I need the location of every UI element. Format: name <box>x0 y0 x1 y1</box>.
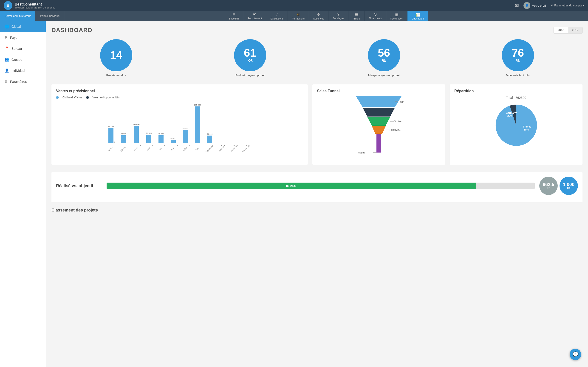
sidebar-item-bureau[interactable]: 📍 Bureau <box>0 43 46 54</box>
nav-recrutement[interactable]: 👁 Recrutement <box>243 11 266 21</box>
bar-aug-blue <box>195 106 200 143</box>
base-rh-icon: ⊞ <box>233 12 235 17</box>
bar-apr-dark <box>152 143 154 143</box>
portal-tab-individual[interactable]: Portail individuel <box>35 11 65 21</box>
content: DASHBOARD 2016 2017 14 Projets vendus 61… <box>46 21 588 367</box>
brand-logo: B <box>4 1 12 10</box>
facturation-icon: ▦ <box>395 12 398 17</box>
nav-facturation[interactable]: ▦ Facturation <box>386 11 407 21</box>
avatar: 👤 <box>523 2 530 9</box>
legend-blue-dot <box>56 96 59 99</box>
svg-text:Souten...: Souten... <box>394 120 403 123</box>
funnel-svg: Prop... Souten... Perdu/Ab... Gagné <box>354 96 404 160</box>
progress-bar-container: 86.25% <box>107 183 535 189</box>
profile-button[interactable]: 👤 Votre profil <box>523 2 546 9</box>
kpi-value-marge: 56 <box>378 48 390 58</box>
progress-badge-actual: 862.5 K€ <box>539 177 558 195</box>
nav-absences[interactable]: ✈ Absences <box>309 11 329 21</box>
funnel-layer-5 <box>376 134 381 152</box>
bar-chart-svg: 96 750 0 50 000 0 111 000 0 <box>56 102 303 152</box>
kpi-circle-projets: 14 <box>100 39 132 71</box>
sidebar-item-groupe[interactable]: 👥 Groupe <box>0 54 46 65</box>
funnel-chart-box: Sales Funnel <box>312 84 445 165</box>
svg-text:Germany: Germany <box>506 111 517 114</box>
bar-jun-blue <box>171 140 176 143</box>
bar-sep-blue <box>207 135 212 143</box>
sidebar-item-pays[interactable]: ⚑ Pays <box>0 32 46 43</box>
svg-text:0: 0 <box>177 144 178 146</box>
bar-dec-blue <box>244 143 249 143</box>
svg-text:20%: 20% <box>507 115 512 117</box>
svg-text:0: 0 <box>225 144 225 146</box>
funnel-layer-4 <box>372 126 386 134</box>
pie-area: France 80% Germany 20% <box>454 102 578 148</box>
portal-bar: Portail administrateur Portail individue… <box>0 11 588 21</box>
nav-evaluations[interactable]: ✓ Evaluations <box>266 11 288 21</box>
brand-name: BestConsultant <box>15 2 55 6</box>
badge-target-value: 1 000 <box>563 182 574 187</box>
bar-jul-blue <box>183 130 188 143</box>
svg-text:0: 0 <box>221 144 223 146</box>
progress-badge-target: 1 000 K€ <box>560 177 578 195</box>
bar-feb-dark <box>127 143 128 143</box>
year-2017-button[interactable]: 2017 <box>568 27 582 33</box>
bar-chart-title: Ventes et prévisionnel <box>56 89 303 93</box>
pie-chart-box: Répartition Total : 862500 France 80% Ge… <box>450 84 582 165</box>
kpi-value-projets: 14 <box>110 50 122 61</box>
legend-blue-label: Chiffre d'affaires <box>62 96 82 99</box>
bar-apr-blue <box>146 135 151 143</box>
sidebar-item-global[interactable]: 🌐 Global <box>0 21 46 32</box>
legend-dark-label: Volume d'opportunités <box>93 96 120 99</box>
nav-formations[interactable]: 🎓 Formations <box>288 11 309 21</box>
projets-icon: ☰ <box>355 12 358 17</box>
settings-button[interactable]: ⚙ Parametres du compte ▾ <box>551 4 584 7</box>
svg-text:0: 0 <box>127 144 128 146</box>
badge-actual-value: 862.5 <box>543 182 554 187</box>
profile-label: Votre profil <box>532 4 546 7</box>
svg-text:0: 0 <box>140 144 141 146</box>
kpi-unit-montants: % <box>516 58 519 63</box>
svg-text:0: 0 <box>114 141 115 143</box>
bar-aug-dark <box>200 143 202 143</box>
sidebar: 🌐 Global ⚑ Pays 📍 Bureau 👥 Groupe 👤 Indi… <box>0 21 46 367</box>
kpi-montants: 76 % Montants facturés <box>502 39 534 77</box>
parametres-icon: ⚙ <box>5 79 8 84</box>
svg-text:0: 0 <box>246 144 247 146</box>
sidebar-item-parametres[interactable]: ⚙ Paramètres <box>0 76 46 87</box>
funnel-chart-title: Sales Funnel <box>317 89 441 93</box>
sidebar-item-individuel[interactable]: 👤 Individuel <box>0 65 46 76</box>
mail-icon[interactable]: ✉ <box>515 3 519 8</box>
individuel-icon: 👤 <box>5 68 9 73</box>
svg-text:Janv...: Janv... <box>107 146 113 152</box>
progress-badges: 862.5 K€ 1 000 K€ <box>539 177 578 195</box>
kpi-row: 14 Projets vendus 61 K€ Budget moyen / p… <box>52 39 582 77</box>
portal-tab-admin[interactable]: Portail administrateur <box>0 11 35 21</box>
bar-mar-dark <box>139 143 141 143</box>
brand-text: BestConsultant The Best Tools for the Be… <box>15 2 55 9</box>
formations-icon: 🎓 <box>296 12 301 17</box>
nav-sondages[interactable]: ? Sondages <box>329 11 348 21</box>
main-layout: 🌐 Global ⚑ Pays 📍 Bureau 👥 Groupe 👤 Indi… <box>0 21 588 367</box>
funnel-area: Prop... Souten... Perdu/Ab... Gagné <box>317 96 441 160</box>
nav-timesheets[interactable]: ⏱ Timesheets <box>365 11 386 21</box>
chat-button[interactable]: 💬 <box>570 349 581 360</box>
bureau-icon: 📍 <box>5 46 9 51</box>
svg-text:84 500: 84 500 <box>183 127 188 130</box>
nav-projets[interactable]: ☰ Projets <box>348 11 365 21</box>
groupe-icon: 👥 <box>5 57 9 62</box>
global-icon: 🌐 <box>5 24 9 29</box>
svg-text:0: 0 <box>164 144 166 146</box>
year-2016-button[interactable]: 2016 <box>553 27 568 33</box>
nav-base-rh[interactable]: ⊞ Base RH <box>225 11 243 21</box>
svg-text:Juin: Juin <box>171 147 175 151</box>
bar-feb-blue <box>121 135 126 143</box>
svg-text:Septembre: Septembre <box>205 145 214 152</box>
kpi-label-projets: Projets vendus <box>106 74 126 77</box>
svg-text:Février: Février <box>120 146 126 152</box>
svg-text:0: 0 <box>201 144 202 146</box>
kpi-circle-montants: 76 % <box>502 39 534 71</box>
kpi-circle-budget: 61 K€ <box>234 39 266 71</box>
svg-text:19 500: 19 500 <box>170 138 176 140</box>
bar-chart-box: Ventes et prévisionnel Chiffre d'affaire… <box>52 84 308 165</box>
nav-dashboard[interactable]: 📊 Dashboard <box>407 11 428 21</box>
